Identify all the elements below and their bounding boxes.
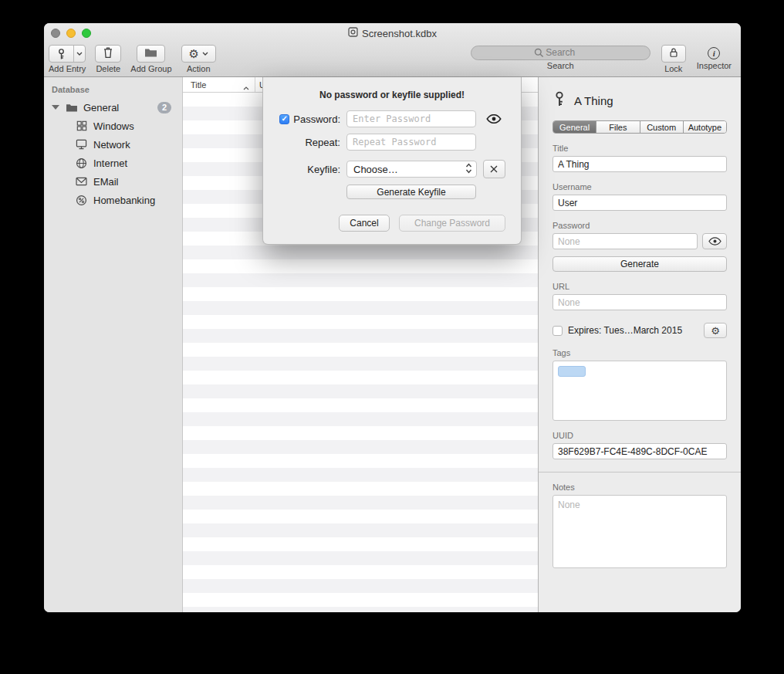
sidebar-group-general[interactable]: General 2 xyxy=(44,98,182,117)
search-item: Search xyxy=(471,45,651,70)
sidebar-item-homebanking[interactable]: Homebanking xyxy=(44,191,182,209)
uuid-field[interactable] xyxy=(553,443,727,459)
tab-autotype[interactable]: Autotype xyxy=(683,121,726,133)
tags-label: Tags xyxy=(553,348,727,357)
envelope-icon xyxy=(75,177,88,186)
add-group-button[interactable]: Add Group xyxy=(130,45,171,73)
window-header: Screenshot.kdbx Add Entry xyxy=(44,23,741,77)
notes-field[interactable] xyxy=(553,495,727,568)
keyfile-dropdown[interactable]: Choose… xyxy=(346,161,477,178)
dialog-buttons: Cancel Change Password xyxy=(279,215,505,232)
document-icon xyxy=(348,27,358,39)
password-row xyxy=(553,233,727,249)
sidebar-item-label: Internet xyxy=(93,157,127,169)
add-entry-label: Add Entry xyxy=(49,64,86,73)
reveal-password-button[interactable] xyxy=(702,233,727,249)
enter-password-input[interactable] xyxy=(346,110,476,127)
url-field-label: URL xyxy=(553,282,727,291)
lock-label: Lock xyxy=(664,64,682,73)
username-field[interactable] xyxy=(553,195,727,211)
sidebar-item-network[interactable]: Network xyxy=(44,135,182,154)
generate-keyfile-button[interactable]: Generate Keyfile xyxy=(346,185,476,199)
sort-ascending-icon xyxy=(243,83,249,92)
action-label: Action xyxy=(187,64,211,73)
keyfile-row: Keyfile: Choose… xyxy=(279,160,505,178)
title-field-label: Title xyxy=(553,144,727,153)
action-button[interactable]: ⚙ Action xyxy=(181,45,216,73)
lock-button[interactable]: Lock xyxy=(661,45,686,73)
clear-keyfile-button[interactable] xyxy=(483,160,505,178)
sidebar-item-internet[interactable]: Internet xyxy=(44,154,182,172)
repeat-row: Repeat: xyxy=(279,134,505,151)
disclosure-triangle-icon[interactable] xyxy=(52,105,59,110)
sidebar: Database General 2 Windows Network xyxy=(44,77,183,612)
cancel-button[interactable]: Cancel xyxy=(339,215,390,232)
stepper-icon xyxy=(465,163,472,176)
window-title: Screenshot.kdbx xyxy=(362,28,437,39)
eye-icon xyxy=(486,114,502,124)
toolbar: Add Entry Delete Add Group xyxy=(44,43,741,77)
title-field[interactable] xyxy=(553,156,727,172)
entry-title: A Thing xyxy=(574,94,613,107)
tag-pill[interactable] xyxy=(558,366,586,377)
sidebar-item-label: Network xyxy=(93,139,130,151)
url-field[interactable] xyxy=(553,294,727,310)
trash-icon xyxy=(103,46,113,62)
expires-row: Expires: Tues…March 2015 ⚙ xyxy=(553,323,727,338)
sidebar-group-label: General xyxy=(83,102,119,113)
generate-password-button[interactable]: Generate xyxy=(553,256,727,272)
windows-icon xyxy=(75,120,88,131)
expiry-settings-button[interactable]: ⚙ xyxy=(704,323,727,338)
tags-box[interactable] xyxy=(553,361,727,421)
entry-count-badge: 2 xyxy=(157,102,171,113)
close-x-icon xyxy=(489,164,498,174)
gear-icon: ⚙ xyxy=(189,48,199,59)
password-field[interactable] xyxy=(553,233,698,249)
folder-icon xyxy=(65,103,78,113)
keyfile-selected-value: Choose… xyxy=(353,164,465,175)
sidebar-item-label: Windows xyxy=(93,120,134,132)
search-field[interactable] xyxy=(471,45,651,59)
reveal-password-button[interactable] xyxy=(482,111,505,127)
chevron-down-icon xyxy=(202,52,208,56)
tab-general[interactable]: General xyxy=(553,121,596,133)
add-entry-button[interactable]: Add Entry xyxy=(49,45,86,73)
add-group-label: Add Group xyxy=(130,64,171,73)
expires-checkbox[interactable] xyxy=(553,326,563,336)
sidebar-item-label: EMail xyxy=(93,176,119,188)
sidebar-item-label: Homebanking xyxy=(93,195,155,206)
sidebar-item-windows[interactable]: Windows xyxy=(44,117,182,135)
toolbar-right: Search Lock i Inspector xyxy=(471,45,735,73)
column-title[interactable]: Title xyxy=(191,80,206,90)
tab-files[interactable]: Files xyxy=(596,121,639,133)
search-caption: Search xyxy=(547,61,574,70)
delete-button[interactable]: Delete xyxy=(95,45,121,73)
gear-icon: ⚙ xyxy=(711,326,720,336)
change-password-button[interactable]: Change Password xyxy=(399,215,505,232)
titlebar[interactable]: Screenshot.kdbx xyxy=(44,23,741,43)
globe-icon xyxy=(75,157,88,169)
inspector-label: Inspector xyxy=(697,61,732,70)
chevron-down-icon[interactable] xyxy=(73,46,85,62)
folder-plus-icon xyxy=(144,47,157,61)
notes-label: Notes xyxy=(553,483,727,492)
delete-label: Delete xyxy=(96,64,120,73)
key-plus-icon xyxy=(49,48,73,60)
key-icon xyxy=(553,91,566,110)
lock-icon xyxy=(668,46,679,62)
repeat-password-input[interactable] xyxy=(346,134,476,151)
password-checkbox[interactable]: ✓ xyxy=(279,114,289,124)
inspector-button[interactable]: i Inspector xyxy=(697,45,732,70)
inspector-tabs: General Files Custom Autotype xyxy=(553,120,727,134)
sidebar-item-email[interactable]: EMail xyxy=(44,172,182,191)
window-title-area: Screenshot.kdbx xyxy=(44,27,741,39)
network-icon xyxy=(75,139,88,150)
inspector-header: A Thing xyxy=(553,91,727,110)
sidebar-section-header: Database xyxy=(44,82,182,98)
search-input[interactable] xyxy=(471,46,651,60)
keyfile-label: Keyfile: xyxy=(307,164,340,175)
tab-custom[interactable]: Custom xyxy=(640,121,683,133)
password-field-label: Password xyxy=(553,221,727,230)
column-divider[interactable] xyxy=(255,77,255,92)
homebanking-icon xyxy=(75,195,88,206)
